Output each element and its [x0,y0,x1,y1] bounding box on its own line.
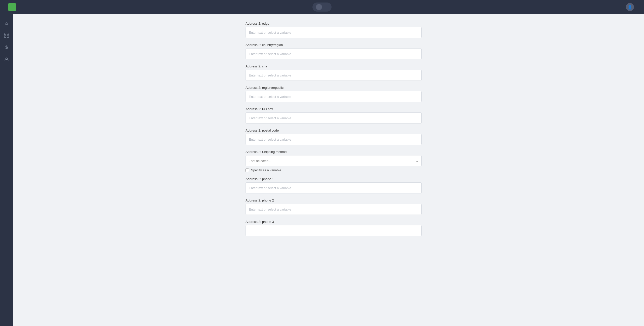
logo-wrap [8,3,18,11]
field-label-addr2-pobox: Address 2: PO box [246,107,422,111]
field-label-addr2-edge: Address 2: edge [246,22,422,25]
text-input-addr2-region[interactable] [246,91,422,102]
text-input-addr2-edge[interactable] [246,27,422,38]
form-field-addr2-phone3: Address 2: phone 3 [246,220,422,236]
field-label-addr2-phone3: Address 2: phone 3 [246,220,422,224]
topnav-right: 👤 [626,3,639,11]
sidebar-item-home[interactable]: ⌂ [2,18,12,28]
text-input-addr2-phone2[interactable] [246,204,422,215]
field-label-addr2-shipping: Address 2: Shipping method [246,150,422,154]
field-label-addr2-postal: Address 2: postal code [246,129,422,132]
select-wrap-addr2-shipping: - not selected -⌄ [246,155,422,166]
text-input-addr2-pobox[interactable] [246,112,422,124]
logo-icon [8,3,16,11]
form-field-addr2-shipping: Address 2: Shipping method- not selected… [246,150,422,172]
form-field-addr2-phone1: Address 2: phone 1 [246,177,422,193]
topnav-center [312,3,332,12]
text-input-addr2-phone3[interactable] [246,225,422,236]
main-layout: ⌂ $ Address 2: edgeAddress 2: country/re… [0,14,644,326]
sidebar-item-integrations[interactable] [2,30,12,40]
topnav-left [5,3,18,11]
text-input-addr2-city[interactable] [246,70,422,81]
sidebar: ⌂ $ [0,14,13,326]
field-label-addr2-region: Address 2: region/republic [246,86,422,90]
field-label-addr2-city: Address 2: city [246,64,422,68]
form-field-addr2-postal: Address 2: postal code [246,129,422,145]
field-label-addr2-phone2: Address 2: phone 2 [246,198,422,202]
info-icon [316,4,322,10]
svg-rect-3 [7,36,9,37]
field-label-addr2-country: Address 2: country/region [246,43,422,47]
topnav: 👤 [0,0,644,14]
text-input-addr2-phone1[interactable] [246,182,422,193]
sidebar-item-account[interactable] [2,54,12,64]
form-field-addr2-pobox: Address 2: PO box [246,107,422,124]
leads-usage-badge [312,3,332,12]
form-container: Address 2: edgeAddress 2: country/region… [230,14,427,251]
form-field-addr2-edge: Address 2: edge [246,22,422,38]
svg-rect-0 [4,33,6,35]
form-field-addr2-country: Address 2: country/region [246,43,422,59]
select-addr2-shipping[interactable]: - not selected - [246,155,422,166]
svg-rect-2 [4,36,6,37]
checkbox-label-addr2-shipping: Specify as a variable [251,168,281,172]
text-input-addr2-country[interactable] [246,48,422,59]
field-label-addr2-phone1: Address 2: phone 1 [246,177,422,181]
checkbox-wrap-addr2-shipping: Specify as a variable [246,168,422,172]
form-field-addr2-city: Address 2: city [246,64,422,81]
checkbox-addr2-shipping[interactable] [246,169,249,172]
form-field-addr2-phone2: Address 2: phone 2 [246,198,422,215]
user-info[interactable]: 👤 [626,3,636,11]
text-input-addr2-postal[interactable] [246,134,422,145]
content-area: Address 2: edgeAddress 2: country/region… [13,14,644,326]
form-field-addr2-region: Address 2: region/republic [246,86,422,102]
sidebar-item-billing[interactable]: $ [2,42,12,52]
user-avatar-icon: 👤 [626,3,634,11]
svg-rect-1 [7,33,9,35]
